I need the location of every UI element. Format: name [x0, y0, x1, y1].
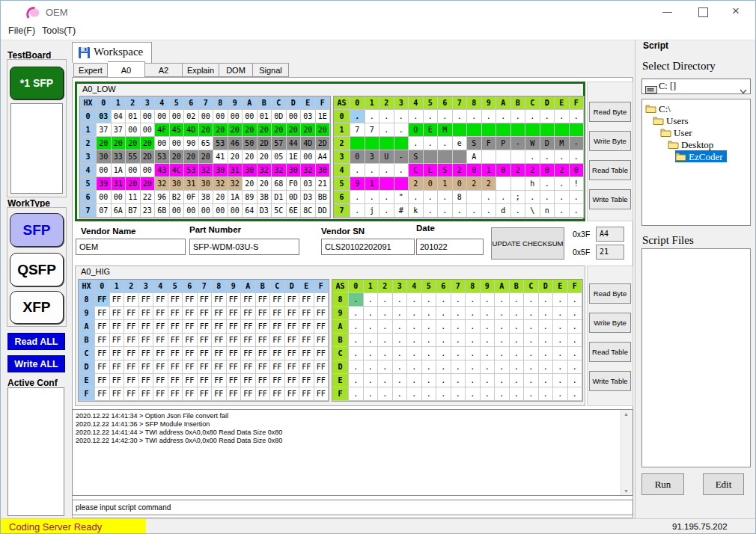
grid-cell[interactable]: . — [525, 150, 540, 164]
grid-cell[interactable]: FF — [299, 374, 314, 387]
grid-cell[interactable] — [496, 150, 511, 164]
grid-cell[interactable]: . — [568, 347, 583, 360]
grid-cell[interactable] — [394, 177, 409, 191]
grid-cell[interactable]: 37 — [112, 123, 126, 137]
grid-cell[interactable]: . — [555, 204, 570, 218]
grid-cell[interactable]: . — [409, 110, 424, 123]
grid-cell[interactable]: FF — [212, 347, 227, 360]
grid-cell[interactable]: 20 — [199, 123, 214, 137]
write-all-button[interactable]: Write ALL — [7, 355, 65, 372]
grid-cell[interactable]: 32 — [213, 177, 228, 191]
grid-cell[interactable]: 33 — [112, 150, 126, 164]
grid-cell[interactable]: . — [511, 204, 526, 218]
grid-cell[interactable]: 1A — [228, 191, 243, 204]
grid-cell[interactable]: 00 — [213, 110, 228, 123]
grid-cell[interactable]: . — [393, 374, 408, 387]
grid-cell[interactable]: . — [378, 347, 393, 360]
grid-cell[interactable]: . — [378, 374, 393, 387]
grid-cell[interactable]: . — [568, 374, 583, 387]
grid-cell[interactable]: FF — [124, 374, 139, 387]
grid-cell[interactable]: 0 — [540, 164, 555, 177]
grid-cell[interactable]: 00 — [301, 150, 316, 164]
grid-cell[interactable] — [511, 177, 526, 191]
grid-cell[interactable]: . — [350, 191, 365, 204]
grid-cell[interactable]: FF — [256, 320, 271, 334]
grid-cell[interactable] — [453, 123, 468, 137]
grid-cell[interactable]: . — [349, 320, 364, 334]
script-command-input[interactable] — [72, 500, 633, 515]
grid-cell[interactable]: 20 — [170, 150, 185, 164]
grid-cell[interactable]: FF — [168, 374, 183, 387]
grid-cell[interactable]: 00 — [141, 110, 156, 123]
grid-cell[interactable]: FF — [212, 334, 227, 347]
grid-cell[interactable]: . — [510, 360, 525, 374]
grid-cell[interactable]: . — [438, 191, 453, 204]
vendor-name-input[interactable] — [76, 239, 186, 255]
grid-cell[interactable]: 20 — [141, 177, 156, 191]
menu-tools[interactable]: Tools(T) — [42, 25, 76, 36]
grid-cell[interactable]: 00 — [97, 164, 112, 177]
grid-cell[interactable]: 32 — [199, 164, 214, 177]
grid-cell[interactable]: . — [409, 191, 424, 204]
grid-cell[interactable]: FF — [168, 320, 183, 334]
grid-cell[interactable]: 0 — [453, 177, 468, 191]
grid-cell[interactable]: FF — [110, 334, 125, 347]
grid-cell[interactable]: 20 — [141, 137, 156, 150]
grid-cell[interactable]: . — [539, 360, 554, 374]
grid-cell[interactable]: FF — [256, 374, 271, 387]
grid-cell[interactable]: 2 — [467, 177, 482, 191]
grid-cell[interactable]: 00 — [170, 110, 185, 123]
grid-cell[interactable]: FF — [212, 360, 227, 374]
grid-cell[interactable]: F — [482, 137, 497, 150]
grid-cell[interactable]: 23 — [141, 204, 156, 218]
grid-cell[interactable]: . — [524, 374, 539, 387]
grid-cell[interactable]: FF — [153, 347, 168, 360]
grid-cell[interactable]: FF — [110, 307, 125, 320]
grid-cell[interactable]: . — [540, 191, 555, 204]
grid-cell[interactable]: 0D — [287, 191, 302, 204]
grid-cell[interactable]: . — [393, 387, 408, 401]
grid-cell[interactable]: S — [438, 164, 453, 177]
grid-cell[interactable]: FF — [256, 360, 271, 374]
testboard-list[interactable] — [10, 103, 63, 194]
grid-cell[interactable]: FF — [95, 387, 110, 401]
grid-cell[interactable]: . — [422, 374, 437, 387]
grid-cell[interactable]: 00 — [170, 204, 185, 218]
tree-item-c[interactable]: C:\ — [645, 102, 675, 114]
grid-cell[interactable]: FF — [299, 360, 314, 374]
grid-cell[interactable]: FF — [241, 347, 256, 360]
grid-cell[interactable]: FF — [270, 334, 285, 347]
grid-cell[interactable]: 5C — [272, 204, 287, 218]
grid-cell[interactable]: . — [407, 347, 422, 360]
grid-cell[interactable]: 20 — [213, 191, 228, 204]
read-byte-button[interactable]: Read Byte — [589, 283, 631, 304]
grid-cell[interactable]: D — [540, 137, 555, 150]
grid-cell[interactable]: 37 — [97, 123, 112, 137]
grid-cell[interactable]: . — [378, 360, 393, 374]
grid-cell[interactable]: . — [495, 347, 510, 360]
grid-cell[interactable]: . — [349, 293, 364, 307]
grid-cell[interactable]: FF — [95, 307, 110, 320]
grid-cell[interactable]: FF — [139, 374, 154, 387]
grid-cell[interactable]: FF — [314, 347, 329, 360]
grid-cell[interactable]: 0 — [467, 164, 482, 177]
grid-cell[interactable]: . — [495, 320, 510, 334]
grid-cell[interactable]: 53 — [213, 137, 228, 150]
grid-cell[interactable]: 20 — [243, 123, 257, 137]
grid-cell[interactable]: . — [436, 347, 451, 360]
grid-cell[interactable]: FF — [227, 293, 242, 307]
grid-cell[interactable]: FF — [227, 347, 242, 360]
grid-cell[interactable] — [379, 177, 394, 191]
grid-cell[interactable]: 20 — [184, 150, 199, 164]
grid-cell[interactable]: . — [510, 334, 525, 347]
grid-cell[interactable]: FF — [270, 374, 285, 387]
grid-cell[interactable]: . — [466, 334, 481, 347]
grid-cell[interactable]: . — [553, 320, 568, 334]
grid-cell[interactable]: FF — [212, 374, 227, 387]
grid-cell[interactable] — [525, 123, 540, 137]
grid-cell[interactable]: FF — [212, 320, 227, 334]
grid-cell[interactable]: . — [436, 387, 451, 401]
grid-cell[interactable]: . — [570, 191, 585, 204]
worktype-xfp-button[interactable]: XFP — [10, 291, 64, 324]
grid-cell[interactable]: 9 — [350, 177, 365, 191]
